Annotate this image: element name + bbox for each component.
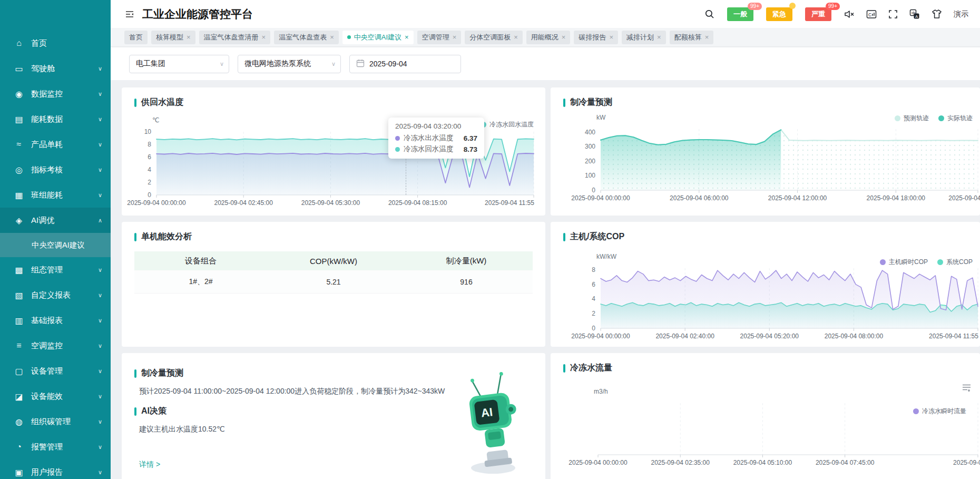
panel-cooling-forecast-chart: 制冷量预测 预测轨迹 实际轨迹 01002003004002025-09-04 … bbox=[551, 87, 980, 216]
sidebar-item[interactable]: ◔ 报警管理 ∨ bbox=[0, 434, 111, 460]
legend-item[interactable]: 预测轨迹 bbox=[895, 114, 929, 123]
system-select[interactable]: 微电网地源热泵系统 ∨ bbox=[238, 55, 341, 73]
table-row[interactable]: 1#、2# 5.21 916 bbox=[134, 270, 533, 294]
tab[interactable]: 首页 bbox=[124, 31, 148, 44]
sidebar-item-label: 自定义报表 bbox=[31, 290, 71, 300]
chart-legend: 预测轨迹 实际轨迹 bbox=[895, 114, 973, 123]
svg-text:2025-09-04 11:55: 2025-09-04 11:55 bbox=[953, 459, 980, 466]
sidebar-item[interactable]: ▦ 班组能耗 ∨ bbox=[0, 182, 111, 208]
sidebar-item[interactable]: ▤ 能耗数据 ∨ bbox=[0, 106, 111, 132]
tab[interactable]: 减排计划 × bbox=[622, 31, 666, 44]
alarm-level-button[interactable]: 一般 99+ bbox=[727, 7, 753, 21]
user-demo-label[interactable]: 演示 bbox=[954, 9, 968, 19]
tab-close-icon[interactable]: × bbox=[453, 33, 457, 41]
sidebar-item[interactable]: ⌂ 首页 bbox=[0, 31, 111, 56]
company-select[interactable]: 电工集团 ∨ bbox=[129, 55, 229, 73]
alarm-level-button[interactable]: 紧急 bbox=[766, 7, 792, 21]
panel-chilled-water-flow: 冷冻水流量 冷冻水瞬时流量 2025-09-04 00:00:002025-09… bbox=[551, 353, 980, 479]
tab-close-icon[interactable]: × bbox=[514, 33, 518, 41]
search-icon[interactable] bbox=[704, 9, 714, 19]
tab[interactable]: 用能概况 × bbox=[526, 31, 571, 44]
panel-cop-chart: 主机/系统COP 主机瞬时COP 系统COP 024682025-09-04 0… bbox=[551, 222, 980, 347]
svg-text:2025-09-04 05:30:00: 2025-09-04 05:30:00 bbox=[301, 199, 360, 207]
chevron-icon: ∨ bbox=[98, 343, 102, 349]
tab-close-icon[interactable]: × bbox=[330, 33, 334, 41]
sidebar-item[interactable]: ◈ AI调优 ∧ bbox=[0, 208, 111, 233]
chevron-icon: ∨ bbox=[98, 267, 102, 273]
sidebar-item[interactable]: ◍ 组织碳管理 ∨ bbox=[0, 409, 111, 434]
sidebar-item[interactable]: ◎ 指标考核 ∨ bbox=[0, 157, 111, 182]
tab[interactable]: 配额核算 × bbox=[670, 31, 714, 44]
legend-item[interactable]: 冷冻水回水温度 bbox=[481, 120, 534, 129]
sidebar-item-icon: ▣ bbox=[14, 467, 24, 477]
svg-text:2025-09-04 05:20:00: 2025-09-04 05:20:00 bbox=[740, 333, 799, 340]
svg-text:2025-09-04 02:45:00: 2025-09-04 02:45:00 bbox=[214, 199, 273, 207]
ai-robot-illustration: AI bbox=[462, 372, 524, 479]
tooltip-series-value: 8.73 bbox=[464, 145, 477, 153]
tab[interactable]: 核算模型 × bbox=[151, 31, 195, 44]
tab[interactable]: 分体空调面板 × bbox=[465, 31, 523, 44]
sidebar-item[interactable]: ▥ 基础报表 ∨ bbox=[0, 308, 111, 333]
tab-close-icon[interactable]: × bbox=[657, 33, 661, 41]
tab-close-icon[interactable]: × bbox=[705, 33, 709, 41]
table-cell-cop: 5.21 bbox=[267, 278, 400, 286]
cooling-forecast-chart[interactable]: 01002003004002025-09-04 00:00:002025-09-… bbox=[551, 87, 980, 216]
sidebar-item[interactable]: ▧ 自定义报表 ∨ bbox=[0, 282, 111, 308]
sidebar-item[interactable]: ≡ 空调监控 ∨ bbox=[0, 333, 111, 358]
table-cell-cooling: 916 bbox=[400, 278, 533, 286]
chart-toolbox-icon[interactable] bbox=[962, 384, 971, 394]
tooltip-series-value: 6.37 bbox=[464, 134, 477, 142]
sidebar-item[interactable]: ▣ 用户报告 ∨ bbox=[0, 460, 111, 479]
tab-close-icon[interactable]: × bbox=[562, 33, 566, 41]
menu-fold-icon[interactable] bbox=[124, 9, 135, 19]
sidebar-item[interactable]: 中央空调AI建议 bbox=[0, 233, 111, 257]
translate-icon[interactable]: 中A bbox=[909, 9, 920, 19]
tooltip-series-dot bbox=[395, 147, 400, 152]
chevron-down-icon: ∨ bbox=[220, 61, 224, 67]
date-picker[interactable]: 2025-09-04 bbox=[349, 55, 461, 73]
sidebar-item-icon: ◎ bbox=[14, 165, 24, 175]
sidebar-item[interactable]: ◪ 设备能效 ∨ bbox=[0, 384, 111, 409]
tab-close-icon[interactable]: × bbox=[405, 33, 409, 41]
legend-item[interactable]: 冷冻水瞬时流量 bbox=[913, 407, 966, 416]
tab-close-icon[interactable]: × bbox=[262, 33, 266, 41]
fullscreen-icon[interactable] bbox=[888, 9, 898, 19]
tab[interactable]: 温室气体盘查清册 × bbox=[199, 31, 271, 44]
svg-text:2025-09-04 11:55: 2025-09-04 11:55 bbox=[485, 199, 534, 207]
detail-link[interactable]: 详情 > bbox=[139, 460, 160, 470]
tab-label: 分体空调面板 bbox=[469, 33, 511, 42]
legend-item[interactable]: 实际轨迹 bbox=[938, 114, 973, 123]
company-select-value: 电工集团 bbox=[136, 59, 165, 69]
tab[interactable]: 中央空调AI建议 × bbox=[342, 31, 414, 44]
legend-item[interactable]: 主机瞬时COP bbox=[880, 258, 928, 267]
panel-title: 冷冻水流量 bbox=[563, 363, 612, 374]
tab[interactable]: 温室气体盘查表 × bbox=[274, 31, 339, 44]
tab-close-icon[interactable]: × bbox=[609, 33, 613, 41]
tab-label: 减排计划 bbox=[626, 33, 654, 42]
tab-label: 用能概况 bbox=[531, 33, 558, 42]
tab[interactable]: 空调管理 × bbox=[417, 31, 462, 44]
chevron-icon: ∨ bbox=[98, 167, 102, 173]
mute-icon[interactable] bbox=[844, 9, 855, 19]
chevron-icon: ∨ bbox=[98, 141, 102, 148]
sidebar-item-label: AI调优 bbox=[31, 216, 54, 226]
svg-text:A: A bbox=[915, 14, 918, 18]
sidebar-item[interactable]: ▩ 组态管理 ∨ bbox=[0, 257, 111, 282]
alarm-count-badge: 99+ bbox=[748, 3, 762, 10]
legend-item[interactable]: 系统COP bbox=[937, 258, 973, 267]
sidebar-item-label: 驾驶舱 bbox=[31, 64, 55, 74]
theme-shirt-icon[interactable] bbox=[932, 9, 942, 19]
sidebar-item[interactable]: ≈ 产品单耗 ∨ bbox=[0, 132, 111, 157]
chart-tooltip: 2025-09-04 03:20:00 冷冻水出水温度 6.37 冷冻水回水温度… bbox=[388, 118, 484, 159]
sidebar-item[interactable]: ▢ 设备管理 ∨ bbox=[0, 358, 111, 384]
tab[interactable]: 碳排报告 × bbox=[574, 31, 618, 44]
tab-close-icon[interactable]: × bbox=[187, 33, 191, 41]
alarm-level-button[interactable]: 严重 99+ bbox=[805, 7, 831, 21]
tab-label: 温室气体盘查清册 bbox=[204, 33, 259, 42]
sidebar-item[interactable]: ▭ 驾驶舱 ∨ bbox=[0, 56, 111, 81]
chilled-water-flow-chart[interactable]: 2025-09-04 00:00:002025-09-04 02:35:0020… bbox=[551, 353, 980, 479]
exchange-rate-icon[interactable]: C bbox=[866, 9, 877, 19]
chevron-icon: ∨ bbox=[98, 444, 102, 451]
svg-text:200: 200 bbox=[585, 158, 595, 165]
sidebar-item[interactable]: ◉ 数据监控 ∨ bbox=[0, 81, 111, 106]
